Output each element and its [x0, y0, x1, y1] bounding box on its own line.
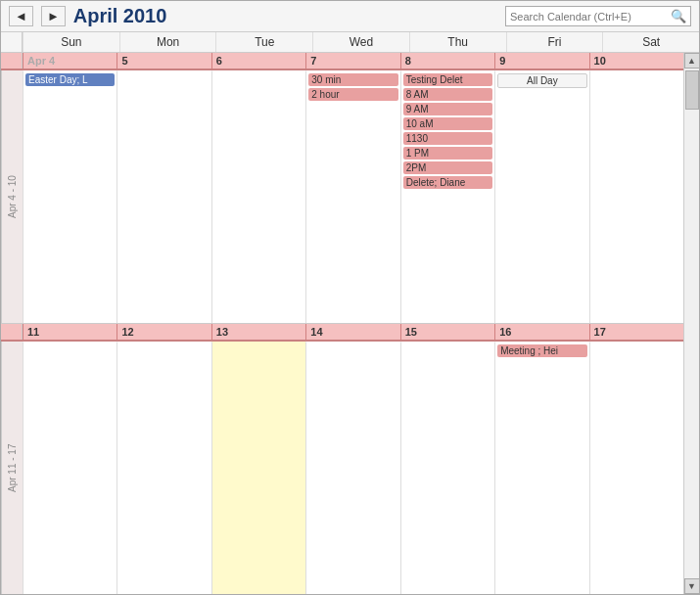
dow-side: [1, 32, 23, 52]
week-1-header-6: 10: [589, 53, 683, 69]
week-1-days: Apr 4 - 10 Easter Day; L 30 min 2 hour: [1, 70, 683, 323]
event-30min[interactable]: 30 min: [308, 73, 397, 86]
week-2-header-5: 16: [494, 324, 588, 340]
dow-thu: Thu: [409, 32, 506, 52]
week-2-header-6: 17: [589, 324, 683, 340]
week-2: 11 12 13 14 15 16 17 Apr 11 - 17: [1, 324, 683, 594]
week-1-header: Apr 4 5 6 7 8 9 10: [1, 53, 683, 70]
dow-wed: Wed: [312, 32, 409, 52]
dow-fri: Fri: [506, 32, 603, 52]
prev-button[interactable]: ◄: [9, 6, 33, 26]
scrollbar-track: ▲ ▼: [683, 53, 699, 594]
dow-sun: Sun: [23, 32, 119, 52]
calendar-container: ◄ ► April 2010 🔍 Sun Mon Tue Wed Thu Fri…: [0, 0, 700, 595]
event-allday[interactable]: All Day: [497, 73, 586, 88]
dow-header: Sun Mon Tue Wed Thu Fri Sat: [1, 32, 699, 53]
dow-mon: Mon: [119, 32, 216, 52]
week-1-header-1: 5: [117, 53, 210, 69]
grid-area: Apr 4 5 6 7 8 9 10 Apr 4 - 10 Easter Day…: [1, 53, 683, 594]
week-2-header-3: 14: [305, 324, 399, 340]
week-1-header-3: 7: [305, 53, 399, 69]
next-button[interactable]: ►: [41, 6, 66, 26]
week-1-day-2[interactable]: [211, 70, 305, 323]
week-2-header: 11 12 13 14 15 16 17: [1, 324, 683, 342]
week-2-header-4: 15: [400, 324, 494, 340]
event-2pm[interactable]: 2PM: [403, 161, 492, 174]
event-meeting[interactable]: Meeting ; Hei: [497, 344, 586, 357]
week-1-header-0: Apr 4: [23, 53, 117, 69]
top-bar: ◄ ► April 2010 🔍: [1, 1, 699, 32]
week-1-side-header: [1, 53, 23, 69]
week-1-day-6[interactable]: [589, 70, 683, 323]
week-2-header-0: 11: [23, 324, 117, 340]
search-icon: 🔍: [671, 9, 686, 23]
week-2-header-2: 13: [211, 324, 305, 340]
week-1-day-3[interactable]: 30 min 2 hour: [305, 70, 399, 323]
week-1-day-1[interactable]: [117, 70, 210, 323]
week-2-day-1[interactable]: [117, 342, 210, 594]
scrollbar-up-button[interactable]: ▲: [684, 53, 700, 69]
event-10am[interactable]: 10 aM: [403, 117, 492, 130]
calendar-body: Apr 4 5 6 7 8 9 10 Apr 4 - 10 Easter Day…: [1, 53, 699, 594]
event-9am[interactable]: 9 AM: [403, 103, 492, 115]
week-1-day-4[interactable]: Testing Delet 8 AM 9 AM 10 aM 1130 1 PM …: [400, 70, 494, 323]
week-2-day-3[interactable]: [305, 342, 399, 594]
event-delete-diane[interactable]: Delete; Diane: [403, 176, 492, 189]
event-8am[interactable]: 8 AM: [403, 88, 492, 101]
week-2-day-5[interactable]: Meeting ; Hei: [494, 342, 588, 594]
week-1-day-5[interactable]: All Day: [494, 70, 588, 323]
week-2-header-1: 12: [117, 324, 210, 340]
scrollbar-thumb[interactable]: [685, 70, 699, 110]
week-2-day-6[interactable]: [589, 342, 683, 594]
week-2-day-0[interactable]: [23, 342, 117, 594]
event-1130[interactable]: 1130: [403, 132, 492, 145]
month-title: April 2010: [73, 5, 497, 27]
event-2hour[interactable]: 2 hour: [308, 88, 397, 101]
week-2-day-4[interactable]: [400, 342, 494, 594]
week-2-days: Apr 11 - 17 Meeting ; Hei: [1, 342, 683, 594]
week-1-header-5: 9: [494, 53, 588, 69]
week-2-day-2-today[interactable]: [211, 342, 305, 594]
week-2-side-label: Apr 11 - 17: [1, 342, 23, 594]
search-box: 🔍: [505, 6, 691, 26]
week-1-header-4: 8: [400, 53, 494, 69]
event-easter[interactable]: Easter Day; L: [25, 73, 115, 86]
dow-tue: Tue: [215, 32, 312, 52]
search-input[interactable]: [510, 11, 667, 23]
dow-sat: Sat: [602, 32, 699, 52]
event-1pm[interactable]: 1 PM: [403, 147, 492, 160]
week-1-header-2: 6: [211, 53, 305, 69]
week-1: Apr 4 5 6 7 8 9 10 Apr 4 - 10 Easter Day…: [1, 53, 683, 324]
scrollbar-down-button[interactable]: ▼: [684, 578, 700, 594]
week-2-side-header: [1, 324, 23, 340]
week-1-side-label: Apr 4 - 10: [1, 70, 23, 323]
week-1-day-0[interactable]: Easter Day; L: [23, 70, 117, 323]
event-testing-delet[interactable]: Testing Delet: [403, 73, 492, 86]
